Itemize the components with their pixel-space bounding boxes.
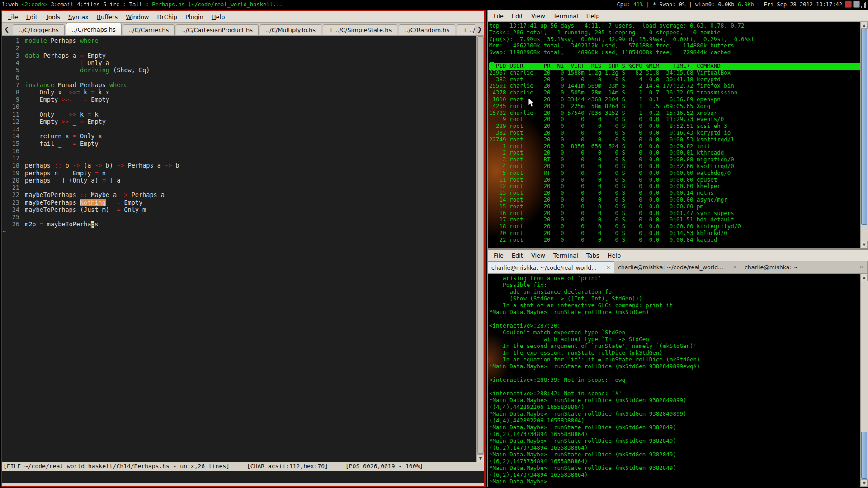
line-number: 1 [2,37,19,44]
tab-close-icon[interactable]: ✕ [733,264,737,270]
tab-close-icon[interactable]: ✕ [606,265,610,271]
process-row: 14 root 20 0 0 0 0 S 0 0.0 0:00.00 async… [489,197,860,203]
code-line: 15 fail _ = Empty [2,140,476,147]
editor-scrollbar-down-icon[interactable]: ▼ [477,454,484,462]
terminal-tab[interactable]: charlie@mishka: ~/code/real_world...✕ [488,261,614,273]
code-token: = [40,221,43,228]
scrollbar-down-icon[interactable]: ▼ [861,241,868,248]
xmobar-segment: 6.0Kb [738,1,754,8]
menu-file[interactable]: File [4,12,22,22]
editor-scrollbar[interactable]: ▼ [476,36,484,462]
code-line: 3data Perhaps a = Empty [2,52,476,59]
line-number: 3 [2,52,19,59]
line-number: 20 [2,177,19,184]
code-token: -> [94,162,102,169]
scrollbar-down-icon[interactable]: ▼ [861,479,868,487]
code-token: perhaps _ f (Only a) [25,177,102,184]
terminal-line: <interactive>:288:42: Not in scope: `#' [489,390,860,397]
code-line: 9 Empty >>= _ = Empty [2,96,476,103]
terminal-cursor [551,479,555,485]
menu-file[interactable]: File [490,251,508,260]
signal-bars-icon[interactable] [861,2,866,8]
line-number: 17 [2,155,19,162]
code-token: -> [117,162,124,169]
menu-plugin[interactable]: Plugin [181,12,208,22]
line-number: 14 [2,132,19,140]
menu-edit[interactable]: Edit [22,12,42,22]
code-token: -> [73,162,80,169]
editor-tab[interactable]: + ../C/notes [457,24,475,35]
editor-commandline[interactable] [2,471,484,483]
top-terminal-menubar: FileEditViewTerminalHelp [488,10,868,22]
menu-tools[interactable]: Tools [42,12,64,22]
menu-help[interactable]: Help [208,12,229,22]
menu-help[interactable]: Help [582,11,604,21]
menu-terminal[interactable]: Terminal [549,251,582,260]
editor-tab[interactable]: ../C/Perhaps.hs [66,23,122,35]
scrollbar-up-icon[interactable]: ▲ [861,274,868,281]
xmobar-segment: | * Swap: 0% | wlan0: 0.0Kb| [643,1,738,8]
editor-bottom-frame [2,483,484,486]
menu-drchip[interactable]: DrChip [153,12,181,22]
terminal-line: *Main Data.Maybe> runState rollDice (mkS… [489,309,860,315]
editor-tab[interactable]: + ../C/SimpleState.hs [323,24,397,35]
xmobar-workspaces[interactable]: 1:web <2:code> 3:email 4:files 5:irc : T… [2,1,283,8]
tray-red-app-icon[interactable] [845,1,852,8]
editor-tab[interactable]: ../C/Logger.hs [13,24,65,35]
menu-buffers[interactable]: Buffers [93,12,122,22]
code-token: Empty [87,96,109,103]
code-token: >> [61,118,69,125]
editor-tab[interactable]: ../C/Carrier.hs [123,24,175,35]
terminal-tab[interactable]: charlie@mishka: ~/code/real_world...✕ [614,261,741,273]
process-row: 25501 charlie 20 0 1441m 569m 33m S 2 14… [489,83,860,89]
editor-tab[interactable]: ../C/MultiplyTo.hs [260,24,321,35]
terminal-tab[interactable]: charlie@mishka: ~✕ [741,261,868,273]
menu-help[interactable]: Help [604,251,625,260]
top-terminal-scrollbar[interactable]: ▲ ▼ [860,22,868,248]
terminal-line: In the expression: runState rollDice (mk… [489,349,860,356]
top-summary-line: Cpu(s): 7.9%us, 35.1%sy, 0.0%ni, 42.9%id… [489,36,860,43]
terminal-line: *Main Data.Maybe> runState rollDice (mkS… [489,451,860,458]
scrollbar-track[interactable] [861,29,868,241]
menu-view[interactable]: View [527,251,549,260]
tab-scroll-right-icon[interactable]: ❯ [475,23,484,35]
editor-tab[interactable]: ../C/CartesianProduct.hs [176,24,259,35]
process-row: 382 root 20 0 0 0 0 S 0 0.0 0:16.43 kcry… [489,130,860,136]
menu-syntax[interactable]: Syntax [64,12,93,22]
tray-package-icon[interactable] [853,1,860,8]
ghci-terminal-scrollbar[interactable]: ▲ ▼ [860,274,868,487]
ghci-terminal-content[interactable]: arising from a use of `print' Possible f… [488,274,860,487]
line-number: 21 [2,184,19,191]
code-token: maybeToPerhaps [25,191,80,198]
code-token: Only x [25,89,69,96]
code-token [106,199,117,206]
terminal-line: ((6,2),1473734894 1655838864) [489,444,860,451]
menu-view[interactable]: View [527,11,549,21]
code-token: deriving [80,66,109,74]
editor-statusline: [FILE ~/code/real_world_haskell/Ch14/Per… [2,462,484,471]
terminal-line: *Main Data.Maybe> runState rollDice (mkS… [489,410,860,417]
menu-tabs[interactable]: Tabs [582,251,604,260]
scrollbar-track[interactable] [861,281,868,479]
menu-window[interactable]: Window [122,12,153,22]
terminal-line [489,370,860,376]
scrollbar-up-icon[interactable]: ▲ [861,22,868,29]
code-line: 14 return x = Only x [2,132,476,140]
line-number: 22 [2,191,19,198]
editor-tab[interactable]: ../C/Random.hs [399,24,455,35]
code-editor-area[interactable]: 1module Perhaps where23data Perhaps a = … [2,36,476,462]
process-row: 1010 root 20 0 33444 4368 2104 S 1 0.1 6… [489,96,860,103]
menu-edit[interactable]: Edit [508,11,527,21]
tab-close-icon[interactable]: ✕ [859,264,863,270]
code-token: = [94,169,98,177]
scrollbar-thumb[interactable] [861,432,867,479]
code-token: return x [25,132,73,140]
tab-scroll-left-icon[interactable]: ❮ [2,23,11,35]
scrollbar-thumb[interactable] [861,29,867,225]
menu-file[interactable]: File [490,11,508,21]
menu-terminal[interactable]: Terminal [549,11,582,21]
editor-scrollbar-thumb[interactable] [477,36,484,454]
menu-edit[interactable]: Edit [508,251,527,260]
terminal-line: <interactive>:288:39: Not in scope: `ewq… [489,376,860,383]
top-terminal-content[interactable]: top - 13:17:41 up 56 days, 4:11, 7 users… [488,22,860,248]
